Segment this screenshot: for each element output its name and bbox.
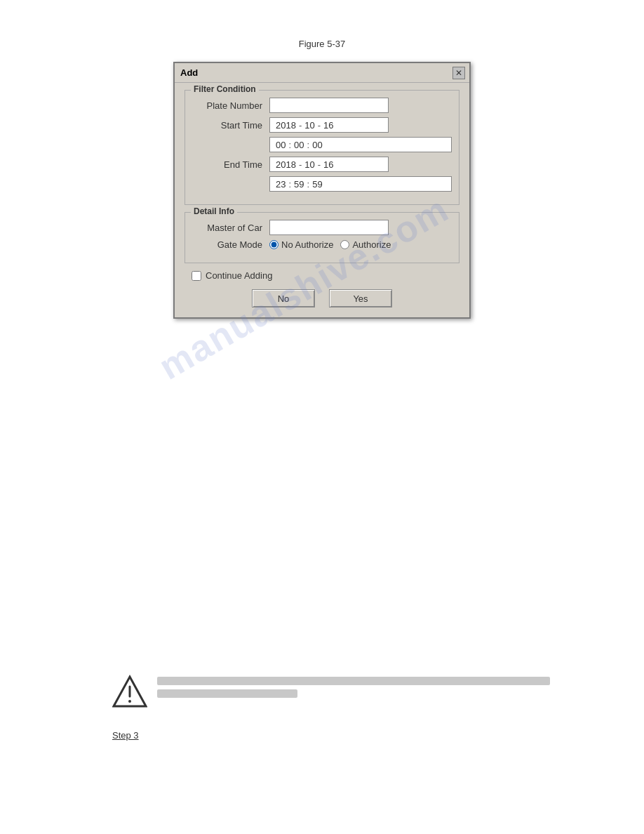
no-button[interactable]: No xyxy=(252,289,315,307)
button-row: No Yes xyxy=(185,289,459,307)
start-sep1: - xyxy=(297,120,303,131)
warning-line-1 xyxy=(157,677,550,685)
continue-adding-checkbox[interactable] xyxy=(192,271,201,281)
master-of-car-row: Master of Car xyxy=(192,220,452,235)
warning-icon xyxy=(112,674,147,709)
detail-info-group: Detail Info Master of Car Gate Mode No A… xyxy=(185,212,459,263)
end-time-row: End Time 2018 - 10 - 16 xyxy=(192,157,452,172)
start-time-time-row: 00 : 00 : 00 xyxy=(269,137,452,152)
start-year: 2018 xyxy=(274,120,297,131)
authorize-label: Authorize xyxy=(352,239,391,250)
start-tsep2: : xyxy=(306,140,311,150)
start-time-box[interactable]: 00 : 00 : 00 xyxy=(269,137,452,152)
dialog-body: Filter Condition Plate Number Start Time… xyxy=(175,83,469,317)
no-authorize-radio[interactable] xyxy=(269,240,279,249)
filter-condition-group: Filter Condition Plate Number Start Time… xyxy=(185,90,459,205)
figure-label: Figure 5-37 xyxy=(0,39,644,49)
gate-mode-label: Gate Mode xyxy=(192,239,269,250)
end-hour: 23 xyxy=(274,179,287,190)
start-tsep1: : xyxy=(287,140,293,150)
end-sec: 59 xyxy=(311,179,323,190)
dialog-title: Add xyxy=(180,67,198,78)
end-time-time-row: 23 : 59 : 59 xyxy=(269,176,452,192)
no-authorize-label: No Authorize xyxy=(281,239,333,250)
start-min: 00 xyxy=(293,140,305,150)
continue-adding-label: Continue Adding xyxy=(206,270,272,281)
end-month: 10 xyxy=(303,159,316,170)
start-time-label: Start Time xyxy=(192,120,269,131)
step-3-label: Step 3 xyxy=(112,730,139,741)
warning-text-block xyxy=(157,674,550,702)
no-authorize-option[interactable]: No Authorize xyxy=(269,239,333,250)
warning-line-2 xyxy=(157,689,297,698)
start-month: 10 xyxy=(303,120,316,131)
plate-number-row: Plate Number xyxy=(192,98,452,113)
warning-section xyxy=(112,674,550,709)
dialog-titlebar: Add ✕ xyxy=(175,63,469,83)
detail-info-title: Detail Info xyxy=(191,206,237,216)
add-dialog: Add ✕ Filter Condition Plate Number Star… xyxy=(173,62,471,319)
end-time-label: End Time xyxy=(192,159,269,170)
end-min: 59 xyxy=(293,179,305,190)
end-sep1: - xyxy=(297,159,303,170)
end-tsep1: : xyxy=(287,179,293,190)
gate-mode-radio-group: No Authorize Authorize xyxy=(269,239,391,250)
end-time-box[interactable]: 23 : 59 : 59 xyxy=(269,176,452,192)
end-date-box[interactable]: 2018 - 10 - 16 xyxy=(269,157,389,172)
filter-condition-title: Filter Condition xyxy=(191,84,259,94)
yes-button[interactable]: Yes xyxy=(329,289,392,307)
start-time-row: Start Time 2018 - 10 - 16 xyxy=(192,117,452,133)
start-hour: 00 xyxy=(274,140,287,150)
plate-number-input[interactable] xyxy=(269,98,389,113)
master-of-car-label: Master of Car xyxy=(192,223,269,233)
svg-point-2 xyxy=(128,700,131,703)
gate-mode-row: Gate Mode No Authorize Authorize xyxy=(192,239,452,250)
start-sep2: - xyxy=(316,120,322,131)
plate-number-label: Plate Number xyxy=(192,100,269,111)
start-day: 16 xyxy=(322,120,335,131)
authorize-radio[interactable] xyxy=(340,240,349,249)
end-year: 2018 xyxy=(274,159,297,170)
end-sep2: - xyxy=(316,159,322,170)
end-day: 16 xyxy=(322,159,335,170)
close-button[interactable]: ✕ xyxy=(452,67,465,79)
continue-adding-row: Continue Adding xyxy=(192,270,459,281)
start-sec: 00 xyxy=(311,140,323,150)
start-date-box[interactable]: 2018 - 10 - 16 xyxy=(269,117,389,133)
master-of-car-input[interactable] xyxy=(269,220,389,235)
end-tsep2: : xyxy=(306,179,311,190)
authorize-option[interactable]: Authorize xyxy=(340,239,391,250)
